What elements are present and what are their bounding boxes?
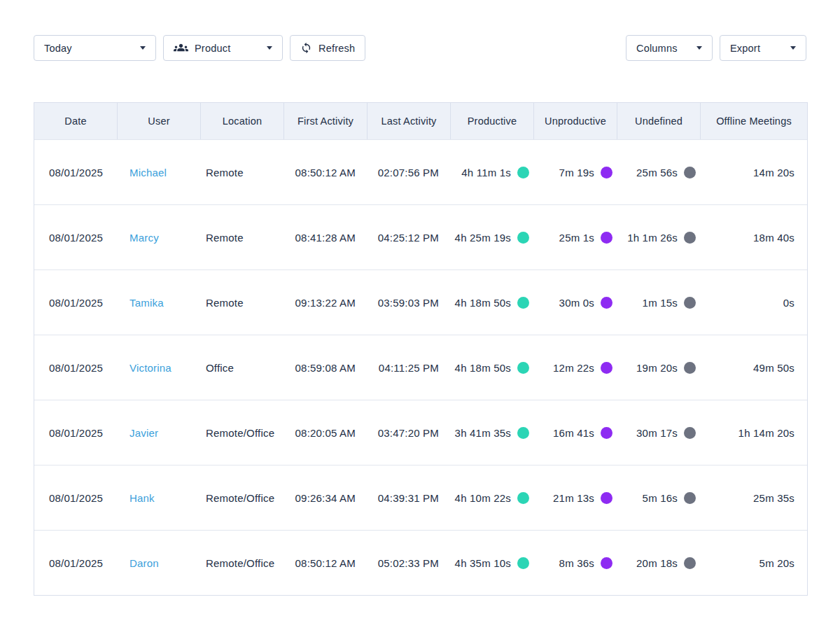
location-cell: Office <box>201 335 284 400</box>
productive-cell: 4h 10m 22s <box>451 465 534 530</box>
user-link[interactable]: Marcy <box>130 232 159 244</box>
productive-dot-icon <box>517 557 529 569</box>
unproductive-cell: 21m 13s <box>534 465 617 530</box>
table-row: 08/01/2025MichaelRemote08:50:12 AM02:07:… <box>34 139 807 204</box>
toolbar-right-group: Columns Export <box>626 35 806 61</box>
user-link[interactable]: Daron <box>130 557 159 569</box>
user-link[interactable]: Javier <box>130 427 158 439</box>
last-activity-cell: 04:11:25 PM <box>368 335 451 400</box>
undefined-dot-icon <box>684 557 696 569</box>
user-cell: Javier <box>118 400 201 465</box>
user-link[interactable]: Hank <box>130 492 155 504</box>
productive-cell: 4h 25m 19s <box>451 204 534 270</box>
productive-dot-icon <box>517 492 529 504</box>
undefined-dot-icon <box>684 362 696 374</box>
table-row: 08/01/2025TamikaRemote09:13:22 AM03:59:0… <box>34 270 807 335</box>
undefined-dot-icon <box>684 297 696 309</box>
unproductive-value: 30m 0s <box>559 297 594 309</box>
chevron-down-icon <box>696 46 702 50</box>
columns-dropdown[interactable]: Columns <box>626 35 713 61</box>
refresh-button-label: Refresh <box>318 43 355 54</box>
offline-meetings-cell: 18m 40s <box>701 204 807 270</box>
page: Today Product Refresh <box>0 0 840 596</box>
unproductive-dot-icon <box>601 167 612 178</box>
first-activity-cell: 09:26:34 AM <box>284 465 368 530</box>
column-header-unproductive: Unproductive <box>534 103 617 139</box>
unproductive-value: 8m 36s <box>559 557 594 569</box>
table-body: 08/01/2025MichaelRemote08:50:12 AM02:07:… <box>34 139 807 595</box>
unproductive-dot-icon <box>601 427 612 439</box>
unproductive-dot-icon <box>601 492 612 504</box>
date-cell: 08/01/2025 <box>34 400 118 465</box>
undefined-value: 20m 18s <box>636 557 678 569</box>
team-dropdown[interactable]: Product <box>163 35 283 61</box>
unproductive-value: 16m 41s <box>553 427 594 439</box>
date-cell: 08/01/2025 <box>34 139 118 204</box>
offline-meetings-cell: 1h 14m 20s <box>701 400 807 465</box>
unproductive-value: 25m 1s <box>559 232 594 244</box>
unproductive-value: 7m 19s <box>559 167 594 178</box>
user-cell: Tamika <box>118 270 201 335</box>
unproductive-value: 21m 13s <box>553 492 594 504</box>
undefined-value: 1m 15s <box>643 297 678 309</box>
productive-value: 4h 18m 50s <box>455 297 511 309</box>
user-link[interactable]: Victorina <box>130 362 172 374</box>
productive-value: 4h 25m 19s <box>455 232 511 244</box>
columns-dropdown-label: Columns <box>636 43 678 54</box>
location-cell: Remote <box>201 270 284 335</box>
user-link[interactable]: Tamika <box>130 297 164 309</box>
user-cell: Michael <box>118 139 201 204</box>
last-activity-cell: 04:39:31 PM <box>368 465 451 530</box>
unproductive-value: 12m 22s <box>553 362 594 374</box>
refresh-icon <box>300 42 312 54</box>
productive-cell: 3h 41m 35s <box>451 400 534 465</box>
last-activity-cell: 05:02:33 PM <box>368 530 451 595</box>
activity-table-container: Date User Location First Activity Last A… <box>34 102 806 596</box>
unproductive-dot-icon <box>601 297 612 309</box>
offline-meetings-cell: 49m 50s <box>701 335 807 400</box>
column-header-undefined: Undefined <box>617 103 701 139</box>
offline-meetings-cell: 25m 35s <box>701 465 807 530</box>
location-cell: Remote <box>201 139 284 204</box>
user-cell: Marcy <box>118 204 201 270</box>
first-activity-cell: 08:50:12 AM <box>284 139 368 204</box>
groups-icon <box>174 43 188 53</box>
date-cell: 08/01/2025 <box>34 270 118 335</box>
undefined-dot-icon <box>684 492 696 504</box>
productive-dot-icon <box>517 427 529 439</box>
column-header-first-activity: First Activity <box>284 103 368 139</box>
date-range-dropdown[interactable]: Today <box>34 35 156 61</box>
refresh-button[interactable]: Refresh <box>290 35 365 61</box>
date-cell: 08/01/2025 <box>34 204 118 270</box>
productive-dot-icon <box>517 232 529 244</box>
undefined-value: 25m 56s <box>636 167 678 178</box>
toolbar: Today Product Refresh <box>34 35 806 61</box>
table-row: 08/01/2025MarcyRemote08:41:28 AM04:25:12… <box>34 204 807 270</box>
location-cell: Remote/Office <box>201 465 284 530</box>
first-activity-cell: 08:20:05 AM <box>284 400 368 465</box>
first-activity-cell: 08:50:12 AM <box>284 530 368 595</box>
chevron-down-icon <box>267 46 272 50</box>
user-cell: Hank <box>118 465 201 530</box>
chevron-down-icon <box>140 46 146 50</box>
undefined-dot-icon <box>684 427 696 439</box>
last-activity-cell: 02:07:56 PM <box>368 139 451 204</box>
column-header-last-activity: Last Activity <box>368 103 451 139</box>
undefined-cell: 19m 20s <box>617 335 701 400</box>
unproductive-dot-icon <box>601 362 612 374</box>
productive-value: 4h 18m 50s <box>455 362 511 374</box>
undefined-cell: 5m 16s <box>617 465 701 530</box>
last-activity-cell: 04:25:12 PM <box>368 204 451 270</box>
undefined-dot-icon <box>684 167 696 178</box>
table-row: 08/01/2025HankRemote/Office09:26:34 AM04… <box>34 465 807 530</box>
first-activity-cell: 09:13:22 AM <box>284 270 368 335</box>
productive-value: 4h 11m 1s <box>461 167 511 178</box>
user-link[interactable]: Michael <box>130 167 167 178</box>
productive-dot-icon <box>517 362 529 374</box>
productive-dot-icon <box>517 297 529 309</box>
last-activity-cell: 03:59:03 PM <box>368 270 451 335</box>
export-dropdown[interactable]: Export <box>720 35 806 61</box>
location-cell: Remote/Office <box>201 530 284 595</box>
productive-cell: 4h 18m 50s <box>451 335 534 400</box>
export-dropdown-label: Export <box>730 43 760 54</box>
